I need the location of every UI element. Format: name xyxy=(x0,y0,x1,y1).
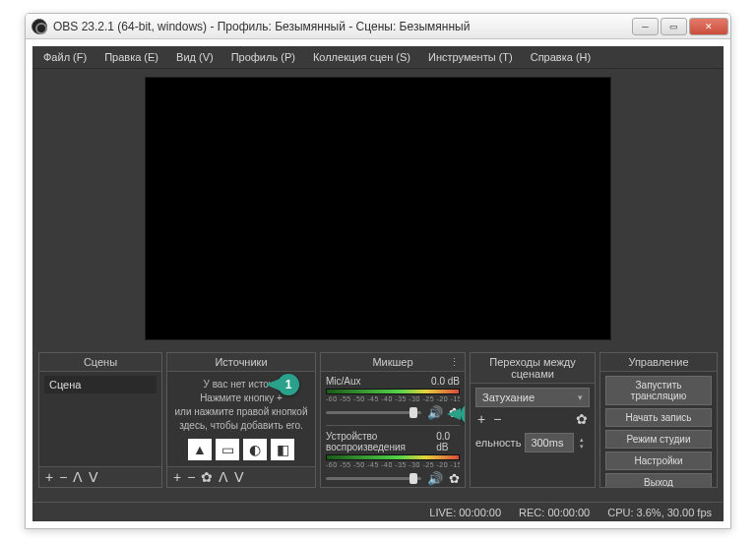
docks-row: Сцены Сцена + − ᐱ ᐯ Источники xyxy=(32,348,724,488)
mixer-desktop-level: 0.0 dB xyxy=(436,431,460,452)
menu-profile[interactable]: Профиль (P) xyxy=(224,48,302,66)
mixer-desktop: Устройство воспроизведения 0.0 dB -60 -5… xyxy=(326,431,460,486)
mixer-header: Микшер ⋮ xyxy=(321,353,465,372)
maximize-button[interactable]: ▭ xyxy=(661,18,687,35)
duration-down-button[interactable]: ▾ xyxy=(580,443,590,450)
transition-duration-input[interactable]: 300ms xyxy=(525,433,574,452)
mixer-desktop-label: Устройство воспроизведения xyxy=(326,431,436,452)
status-live: LIVE: 00:00:00 xyxy=(429,507,501,518)
transition-gear-icon[interactable]: ✿ xyxy=(576,411,588,427)
transition-select[interactable]: Затухание ▾ xyxy=(475,388,590,407)
image-source-icon: ▲ xyxy=(188,439,212,460)
statusbar: LIVE: 00:00:00 REC: 00:00:00 CPU: 3.6%, … xyxy=(32,502,724,521)
add-transition-button[interactable]: + xyxy=(477,411,485,427)
sources-header: Источники xyxy=(167,353,315,372)
display-source-icon: ▭ xyxy=(216,439,239,460)
mixer-mic-meter xyxy=(326,389,460,394)
browser-source-icon: ◐ xyxy=(243,439,267,460)
controls-header: Управление xyxy=(600,353,717,372)
callout-1: 1 xyxy=(278,374,299,395)
mixer-desktop-gear-icon[interactable]: ✿ xyxy=(449,471,460,486)
scenes-toolbar: + − ᐱ ᐯ xyxy=(39,466,161,487)
scenes-list[interactable]: Сцена xyxy=(39,372,161,466)
mixer-mic-slider[interactable] xyxy=(326,411,421,414)
menubar: Файл (F) Правка (E) Вид (V) Профиль (P) … xyxy=(32,46,724,69)
menu-help[interactable]: Справка (H) xyxy=(524,48,598,66)
client-area: Файл (F) Правка (E) Вид (V) Профиль (P) … xyxy=(32,46,724,521)
start-recording-button[interactable]: Начать запись xyxy=(605,408,712,427)
add-scene-button[interactable]: + xyxy=(45,470,53,484)
mixer-mic-level: 0.0 dB xyxy=(431,376,460,387)
mixer-panel: Микшер ⋮ Mic/Aux 0.0 dB -60 -55 -50 -45 … xyxy=(320,352,466,488)
menu-scene-collection[interactable]: Коллекция сцен (S) xyxy=(306,48,417,66)
mixer-mic-label: Mic/Aux xyxy=(326,376,361,387)
mixer-menu-icon[interactable]: ⋮ xyxy=(449,356,460,369)
scene-down-button[interactable]: ᐯ xyxy=(89,470,98,484)
source-up-button[interactable]: ᐱ xyxy=(219,470,228,484)
mixer-desktop-meter xyxy=(326,454,460,460)
settings-button[interactable]: Настройки xyxy=(605,452,712,470)
menu-view[interactable]: Вид (V) xyxy=(169,48,220,66)
transitions-panel: Переходы между сценами Затухание ▾ + − ✿ xyxy=(470,352,596,488)
scenes-panel: Сцены Сцена + − ᐱ ᐯ xyxy=(38,352,162,488)
controls-panel: Управление Запустить трансляцию Начать з… xyxy=(599,352,718,488)
mixer-mic-ticks: -60 -55 -50 -45 -40 -35 -30 -25 -20 -15 … xyxy=(326,395,460,402)
duration-up-button[interactable]: ▴ xyxy=(580,436,590,443)
callout-2: 2 xyxy=(461,403,465,425)
sources-panel: Источники У вас нет источн Нажмите кнопк… xyxy=(166,352,316,488)
remove-transition-button[interactable]: − xyxy=(493,411,501,427)
minimize-button[interactable]: ─ xyxy=(632,18,659,35)
source-down-button[interactable]: ᐯ xyxy=(234,470,244,484)
remove-scene-button[interactable]: − xyxy=(59,470,67,484)
start-streaming-button[interactable]: Запустить трансляцию xyxy=(605,376,712,405)
camera-source-icon: ◧ xyxy=(271,439,294,460)
mixer-mic: Mic/Aux 0.0 dB -60 -55 -50 -45 -40 -35 -… xyxy=(326,376,460,420)
mixer-desktop-ticks: -60 -55 -50 -45 -40 -35 -30 -25 -20 -15 … xyxy=(326,461,460,468)
transition-duration-label: ельность xyxy=(475,437,521,449)
window-title: OBS 23.2.1 (64-bit, windows) - Профиль: … xyxy=(53,20,632,33)
source-type-icons: ▲ ▭ ◐ ◧ xyxy=(172,439,310,460)
obs-icon xyxy=(32,19,47,34)
close-button[interactable]: ✕ xyxy=(689,18,728,35)
status-cpu: CPU: 3.6%, 30.00 fps xyxy=(607,507,712,518)
preview-area xyxy=(32,69,724,348)
transitions-header: Переходы между сценами xyxy=(471,353,595,384)
menu-tools[interactable]: Инструменты (T) xyxy=(421,48,520,66)
add-source-button[interactable]: + xyxy=(173,470,181,484)
chevron-down-icon: ▾ xyxy=(578,392,583,402)
scene-item[interactable]: Сцена xyxy=(44,376,157,393)
remove-source-button[interactable]: − xyxy=(187,470,195,484)
scene-up-button[interactable]: ᐱ xyxy=(73,470,83,484)
studio-mode-button[interactable]: Режим студии xyxy=(605,430,712,449)
app-window: OBS 23.2.1 (64-bit, windows) - Профиль: … xyxy=(25,13,731,529)
source-properties-button[interactable]: ✿ xyxy=(201,470,213,484)
menu-edit[interactable]: Правка (E) xyxy=(97,48,165,66)
scenes-header: Сцены xyxy=(39,353,161,372)
preview-canvas[interactable] xyxy=(145,77,611,340)
sources-list[interactable]: У вас нет источн Нажмите кнопку + или на… xyxy=(167,372,315,466)
menu-file[interactable]: Файл (F) xyxy=(36,48,94,66)
mixer-desktop-mute-icon[interactable]: 🔊 xyxy=(427,471,443,486)
mixer-mic-mute-icon[interactable]: 🔊 xyxy=(427,405,443,420)
status-rec: REC: 00:00:00 xyxy=(519,507,590,518)
transition-selected: Затухание xyxy=(482,391,535,403)
titlebar: OBS 23.2.1 (64-bit, windows) - Профиль: … xyxy=(26,14,730,39)
sources-toolbar: + − ✿ ᐱ ᐯ xyxy=(167,466,315,487)
exit-button[interactable]: Выход xyxy=(605,473,712,487)
mixer-desktop-slider[interactable] xyxy=(326,477,421,480)
